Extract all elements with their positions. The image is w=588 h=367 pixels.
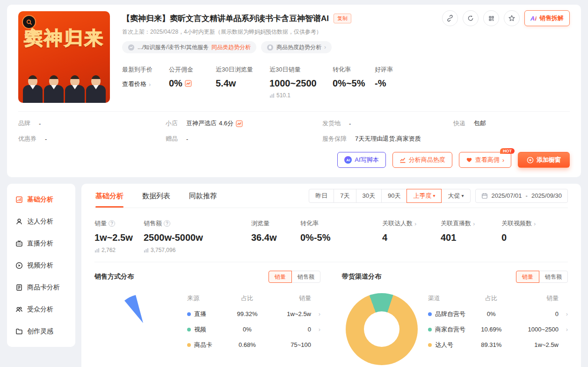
- donut-hole: [364, 311, 399, 347]
- info-label: 小店: [166, 119, 178, 128]
- heat-trend-pill[interactable]: 商品热度趋势分析 ›: [261, 41, 332, 53]
- tab-same-product[interactable]: 同款推荐: [188, 184, 218, 208]
- category-icon: [128, 44, 135, 51]
- table-row: 直播 99.32% 1w~2.5w ›: [187, 306, 320, 322]
- product-actions-row: AI AI写脚本 分析商品热度 查看高佣 › HOT 添加橱窗: [18, 152, 570, 168]
- pie-slice-live[interactable]: [124, 295, 143, 323]
- info-label: 品牌: [18, 119, 30, 128]
- sidebar-item-video-analysis[interactable]: 视频分析: [7, 254, 75, 276]
- stat-sub-value: 3,757,096: [151, 247, 175, 253]
- chevron-right-icon: ›: [324, 44, 326, 50]
- stat-sub-value: 2,762: [102, 247, 116, 253]
- heat-trend-link: 商品热度趋势分析: [276, 43, 321, 51]
- date-end: 2025/09/30: [531, 192, 562, 199]
- tab-data-list[interactable]: 数据列表: [141, 184, 171, 208]
- ai-script-button[interactable]: AI AI写脚本: [337, 152, 385, 168]
- metric-label: 近30日浏览量: [216, 65, 269, 74]
- metric-sub-value: 510.1: [276, 92, 290, 99]
- sales-breakdown-button[interactable]: Ai 销售拆解: [524, 10, 570, 26]
- column-header: 销量: [266, 294, 311, 302]
- product-analytics-page: 窦神归来 【窦神归来】窦昕文言文精讲单品系列读书卡含豆神智谱AI 复制 首次上架…: [0, 5, 588, 367]
- linked-video-link[interactable]: 关联视频数›: [501, 219, 536, 228]
- stat-label: 销售额: [144, 219, 162, 228]
- high-commission-button[interactable]: 查看高佣 › HOT: [459, 152, 511, 168]
- filter-promo[interactable]: 大促▾: [441, 189, 470, 203]
- filter-90d[interactable]: 90天: [381, 189, 407, 203]
- stat-value: 0: [501, 232, 536, 243]
- channel-donut-chart[interactable]: [346, 293, 418, 365]
- trend-chart-icon[interactable]: [236, 120, 243, 127]
- header-toolbar: Ai 销售拆解: [442, 10, 570, 26]
- copy-link-button[interactable]: [442, 10, 458, 26]
- sidebar-item-talent-analysis[interactable]: 达人分析: [7, 210, 75, 232]
- filter-7d[interactable]: 7天: [334, 189, 356, 203]
- toggle-sales-volume[interactable]: 销量: [516, 271, 539, 283]
- share-button[interactable]: [463, 10, 479, 26]
- person-figure: [86, 75, 106, 103]
- chevron-right-icon: ›: [414, 220, 416, 227]
- bars-icon: [269, 93, 275, 98]
- row-detail-arrow[interactable]: ›: [559, 310, 568, 317]
- metric-label: 公开佣金: [169, 65, 216, 74]
- sidebar-item-product-card-analysis[interactable]: 商品卡分析: [7, 276, 75, 298]
- info-label: 发货地: [322, 119, 341, 128]
- product-summary-card: 窦神归来 【窦神归来】窦昕文言文精讲单品系列读书卡含豆神智谱AI 复制 首次上架…: [7, 5, 581, 177]
- row-detail-arrow[interactable]: ›: [311, 310, 320, 317]
- person-figure: [65, 75, 85, 103]
- sidebar-item-creative-inspiration[interactable]: 创作灵感: [7, 320, 75, 342]
- chevron-right-icon: ›: [149, 81, 151, 88]
- legend-dot: [187, 328, 191, 331]
- product-title: 【窦神归来】窦昕文言文精讲单品系列读书卡含豆神智谱AI: [122, 13, 329, 24]
- person-icon: [15, 218, 23, 225]
- shop-name[interactable]: 豆神严选店: [186, 119, 217, 128]
- toggle-sales-volume[interactable]: 销量: [269, 271, 292, 283]
- category-path: .../知识服务/读书卡/其他服务: [138, 43, 209, 51]
- stat-value: 401: [441, 232, 501, 243]
- brand-value: -: [39, 120, 41, 127]
- toggle-sales-amount[interactable]: 销售额: [291, 271, 320, 283]
- star-icon: [508, 14, 515, 22]
- sidebar-item-audience-analysis[interactable]: 受众分析: [7, 298, 75, 320]
- metric-label: 近30日销量: [269, 65, 333, 74]
- qr-code-button[interactable]: [483, 10, 499, 26]
- product-image[interactable]: 窦神归来: [18, 11, 110, 103]
- linked-live-link[interactable]: 关联直播数›: [441, 219, 501, 228]
- table-row: 品牌自营号 0% 0 ›: [428, 306, 568, 322]
- metric-value: 5.4w: [216, 78, 269, 89]
- product-card-icon: [15, 284, 23, 291]
- help-icon[interactable]: ?: [164, 220, 170, 227]
- metric-label: 最新到手价: [122, 65, 169, 74]
- key-metrics-row: 最新到手价 查看价格› 公开佣金 0% 近30日浏览量 5.4w 近: [122, 65, 570, 99]
- favorite-button[interactable]: [504, 10, 520, 26]
- row-detail-arrow[interactable]: ›: [311, 326, 320, 333]
- help-icon[interactable]: ?: [109, 220, 115, 227]
- toggle-sales-amount[interactable]: 销售额: [539, 271, 568, 283]
- add-showcase-button[interactable]: 添加橱窗: [518, 152, 570, 168]
- bars-icon: [94, 248, 100, 253]
- row-detail-arrow[interactable]: ›: [559, 326, 568, 333]
- legend-dot: [428, 312, 432, 316]
- stat-value: 2500w-5000w: [144, 232, 251, 243]
- table-row: 商品卡 0.68% 75~100: [187, 337, 320, 353]
- tab-basic-analysis[interactable]: 基础分析: [94, 184, 124, 208]
- filter-yesterday[interactable]: 昨日: [309, 189, 334, 203]
- date-start: 2025/07/01: [492, 192, 522, 199]
- linked-talent-link[interactable]: 关联达人数›: [382, 219, 441, 228]
- sidebar-item-live-analysis[interactable]: 直播分析: [7, 232, 75, 254]
- section-title: 带货渠道分布: [342, 273, 381, 281]
- heat-chart-icon: [399, 157, 406, 163]
- view-price-link[interactable]: 查看价格›: [122, 80, 169, 88]
- sidebar-item-basic-analysis[interactable]: 基础分析: [7, 188, 75, 210]
- magnifier-icon: [22, 15, 36, 29]
- analyze-heat-button[interactable]: 分析商品热度: [392, 152, 452, 168]
- heart-icon: [466, 157, 472, 163]
- column-header: 来源: [187, 294, 228, 302]
- filter-last-quarter[interactable]: 上季度▾: [407, 189, 442, 203]
- filter-30d[interactable]: 30天: [356, 189, 382, 203]
- copy-title-button[interactable]: 复制: [334, 14, 351, 23]
- trend-chart-icon[interactable]: [185, 80, 192, 87]
- date-range-picker[interactable]: 2025/07/01 - 2025/09/30: [475, 189, 568, 203]
- category-trend-pill[interactable]: .../知识服务/读书卡/其他服务 同品类趋势分析: [122, 41, 256, 53]
- category-trend-link[interactable]: 同品类趋势分析: [211, 43, 251, 51]
- folder-icon: [15, 328, 23, 335]
